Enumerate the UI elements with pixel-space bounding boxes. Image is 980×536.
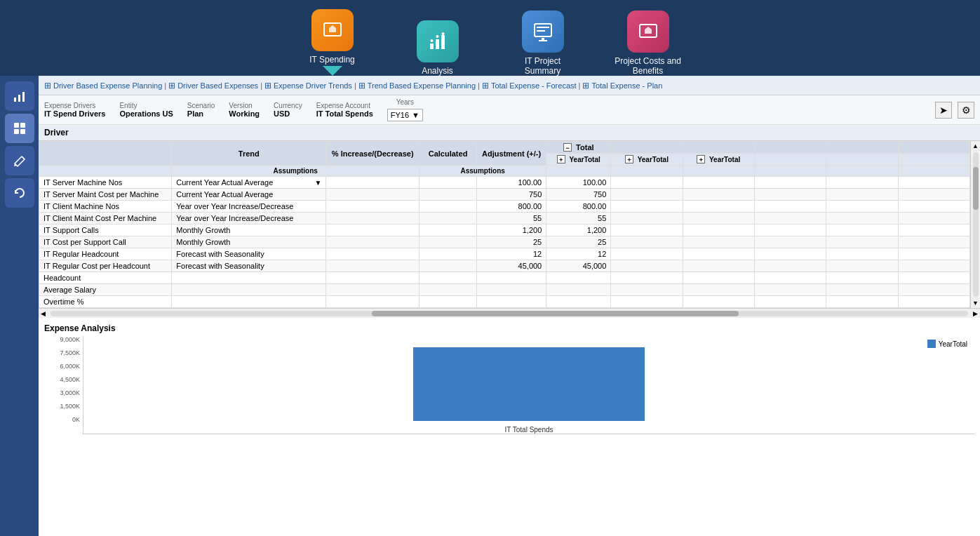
cell-extra-9-4 <box>898 284 969 296</box>
cell-extra-6-3 <box>826 248 898 260</box>
cell-extra-2-0 <box>611 201 683 213</box>
breadcrumb-icon-5: ⊞ <box>482 81 489 91</box>
yeartotal-expand-btn[interactable]: + <box>557 155 565 163</box>
yeartotal1-expand-btn[interactable]: + <box>625 155 633 163</box>
it-project-summary-label: IT Project Summary <box>525 56 561 76</box>
cell-driver-5: IT Cost per Support Call <box>39 236 172 248</box>
cell-driver-6: IT Regular Headcount <box>39 248 172 260</box>
years-select-box[interactable]: FY16 ▼ <box>387 109 423 121</box>
vertical-scrollbar[interactable]: ▲ ▼ <box>970 141 980 308</box>
th-assumptions-blank <box>39 166 172 177</box>
th-assumptions-blank5 <box>754 166 826 177</box>
scroll-left-arrow[interactable]: ◀ <box>39 310 48 317</box>
cell-extra-5-4 <box>898 236 969 248</box>
entity-filter: Entity Operations US <box>119 102 173 118</box>
chart-area: 9,000K 7,500K 6,000K 4,500K 3,000K 1,500… <box>44 336 974 434</box>
cell-pct-10 <box>326 296 419 308</box>
h-scroll-thumb <box>372 311 739 316</box>
th-assumptions-blank6 <box>826 166 898 177</box>
chart-y-axis: 9,000K 7,500K 6,000K 4,500K 3,000K 1,500… <box>44 336 83 434</box>
th-assumptions-2: Assumptions <box>419 166 546 177</box>
cell-adj-5: 25 <box>476 236 546 248</box>
cell-pct-9 <box>326 284 419 296</box>
cell-trend-0[interactable]: Current Year Actual Average▼ <box>172 177 326 189</box>
cell-extra-3-3 <box>826 213 898 225</box>
scroll-right-arrow[interactable]: ▶ <box>971 310 980 317</box>
th-trend: Trend <box>172 142 326 166</box>
trend-dropdown-arrow-0[interactable]: ▼ <box>314 179 321 187</box>
cell-extra-4-4 <box>898 225 969 236</box>
total-expand-btn[interactable]: − <box>563 143 572 152</box>
sidebar-refresh-btn[interactable] <box>5 178 34 208</box>
th-assumptions-blank3 <box>611 166 683 177</box>
horizontal-scrollbar[interactable]: ◀ ▶ <box>39 308 980 318</box>
nav-it-project-summary[interactable]: IT Project Summary <box>504 11 582 76</box>
cell-total-9 <box>546 284 611 296</box>
th-sub-yeartotal-5 <box>898 154 969 166</box>
table-row: IT Cost per Support CallMonthly Growth25… <box>39 236 970 248</box>
th-sub-yeartotal-1: + YearTotal <box>611 154 683 166</box>
cell-extra-8-4 <box>898 272 969 284</box>
project-costs-icon <box>627 11 669 53</box>
sidebar-grid-btn[interactable] <box>5 114 34 143</box>
cell-adj-9 <box>476 284 546 296</box>
svg-rect-11 <box>542 38 544 40</box>
nav-project-costs[interactable]: Project Costs and Benefits <box>610 11 687 76</box>
cell-pct-7 <box>326 260 419 272</box>
settings-btn[interactable]: ⚙ <box>958 102 974 119</box>
project-costs-label: Project Costs and Benefits <box>615 56 681 76</box>
breadcrumb-total-expense-forecast[interactable]: ⊞ Total Expense - Forecast <box>482 81 577 91</box>
cell-extra-5-3 <box>826 236 898 248</box>
v-scroll-track[interactable] <box>973 152 979 297</box>
nav-it-spending[interactable]: IT Spending <box>294 9 371 76</box>
th-sub-yeartotal-2: + YearTotal <box>683 154 754 166</box>
th-driver <box>39 142 172 166</box>
th-assumptions-blank2 <box>546 166 611 177</box>
breadcrumb-total-expense-plan[interactable]: ⊞ Total Expense - Plan <box>582 81 662 91</box>
cell-extra-0-3 <box>826 177 898 189</box>
breadcrumb-driver-based-expenses[interactable]: ⊞ Driver Based Expenses <box>168 81 258 91</box>
breadcrumb-icon-6: ⊞ <box>582 81 589 91</box>
cell-trend-8 <box>172 272 326 284</box>
breadcrumb-driver-based-expense-planning[interactable]: ⊞ Driver Based Expense Planning <box>44 81 162 91</box>
y-label-9000k: 9,000K <box>60 336 80 343</box>
cell-extra-6-4 <box>898 248 969 260</box>
table-row: IT Regular HeadcountForecast with Season… <box>39 248 970 260</box>
breadcrumb-expense-driver-trends[interactable]: ⊞ Expense Driver Trends <box>264 81 352 91</box>
th-adjustment: Adjustment (+/-) <box>476 142 546 166</box>
it-spending-label: IT Spending <box>309 55 355 65</box>
cell-extra-9-1 <box>683 284 754 296</box>
y-label-0k: 0K <box>72 416 80 423</box>
table-row: IT Server Maint Cost per MachineCurrent … <box>39 189 970 201</box>
sidebar-chart-btn[interactable] <box>5 81 34 111</box>
cell-extra-9-2 <box>754 284 826 296</box>
cell-adj-1: 750 <box>476 189 546 201</box>
cell-extra-9-0 <box>611 284 683 296</box>
th-extra3 <box>754 142 826 154</box>
yeartotal2-expand-btn[interactable]: + <box>697 155 705 163</box>
cell-trend-2: Year over Year Increase/Decrease <box>172 201 326 213</box>
cell-extra-5-0 <box>611 236 683 248</box>
cell-extra-7-2 <box>754 260 826 272</box>
cell-total-5: 25 <box>546 236 611 248</box>
forward-arrow-btn[interactable]: ➤ <box>935 102 952 119</box>
nav-analysis[interactable]: Analysis <box>399 20 476 76</box>
breadcrumb-icon-4: ⊞ <box>358 81 365 91</box>
h-scroll-track[interactable] <box>51 311 968 316</box>
cell-total-2: 800.00 <box>546 201 611 213</box>
cell-driver-1: IT Server Maint Cost per Machine <box>39 189 172 201</box>
cell-pct-5 <box>326 236 419 248</box>
sidebar-pencil-btn[interactable] <box>5 146 34 175</box>
chart-x-label: IT Total Spends <box>504 426 553 434</box>
cell-extra-10-0 <box>611 296 683 308</box>
table-wrapper: Trend % Increase/(Decrease) Calculated A… <box>39 141 980 308</box>
cell-extra-3-2 <box>754 213 826 225</box>
breadcrumb-trend-based[interactable]: ⊞ Trend Based Expense Planning <box>358 81 476 91</box>
it-spending-icon <box>311 9 354 51</box>
filters-bar: Expense Drivers IT Spend Drivers Entity … <box>39 95 980 125</box>
scroll-up-arrow[interactable]: ▲ <box>971 141 980 151</box>
table-scroll-area: Trend % Increase/(Decrease) Calculated A… <box>39 141 970 308</box>
svg-rect-17 <box>14 123 19 128</box>
scroll-down-arrow[interactable]: ▼ <box>971 298 980 308</box>
cell-extra-10-3 <box>826 296 898 308</box>
